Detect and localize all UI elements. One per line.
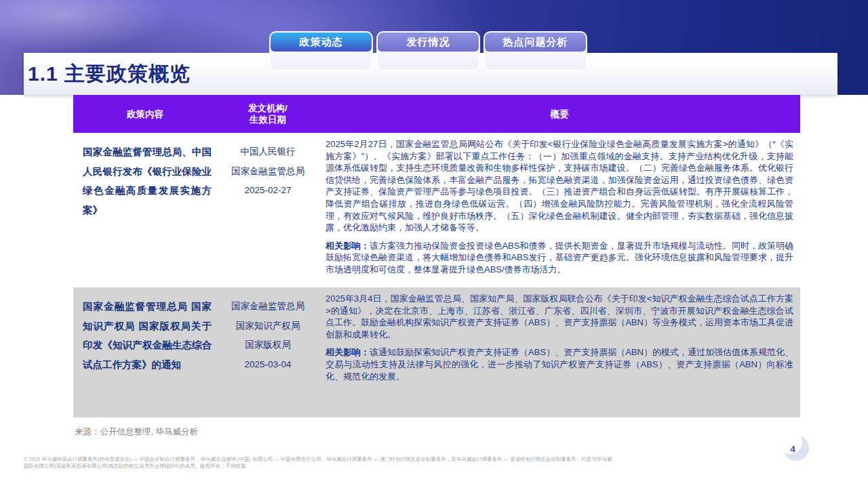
- issuer-and-date: 中国人民银行 国家金融监管总局 2025-02-27: [217, 133, 319, 287]
- header-policy-content: 政策内容: [73, 95, 217, 133]
- header-issuer-line2: 生效日期: [250, 114, 286, 125]
- impact-text: 该通知鼓励探索知识产权资产支持证券（ABS）、资产支持票据（ABN）的模式，通过…: [326, 347, 793, 381]
- page-number: 4: [787, 444, 799, 454]
- table-row: 国家金融监督管理总局、中国人民银行发布《银行业保险业绿色金融高质量发展实施方案》…: [73, 133, 800, 287]
- header-issuer-line1: 发文机构/: [248, 102, 288, 114]
- issuer-line: 国家知识产权局: [217, 317, 319, 336]
- issuer-and-date: 国家金融监管总局 国家知识产权局 国家版权局 2025-03-04: [217, 287, 319, 418]
- policy-name: 国家金融监督管理总局、中国人民银行发布《银行业保险业绿色金融高质量发展实施方案》: [73, 133, 217, 287]
- footer-line-1: © 2025 毕马威华振会计师事务所(特殊普通合伙) — 中国合伙制会计师事务所…: [24, 456, 760, 463]
- issuer-line: 国家版权局: [217, 336, 319, 355]
- tab-hot-topics-analysis[interactable]: 热点问题分析: [484, 31, 587, 71]
- footer-copyright: © 2025 毕马威华振会计师事务所(特殊普通合伙) — 中国合伙制会计师事务所…: [24, 456, 760, 470]
- impact-label: 相关影响：: [326, 347, 370, 357]
- table-header-row: 政策内容 发文机构/ 生效日期 概要: [73, 95, 800, 133]
- tab-policy-dynamics-label: 政策动态: [271, 33, 372, 52]
- issuer-line: 中国人民银行: [217, 142, 319, 162]
- tab-issuance-status-label: 发行情况: [378, 33, 479, 52]
- effective-date: 2025-03-04: [217, 355, 319, 375]
- impact-paragraph: 相关影响：该通知鼓励探索知识产权资产支持证券（ABS）、资产支持票据（ABN）的…: [326, 346, 793, 382]
- tab-hot-topics-analysis-label: 热点问题分析: [485, 33, 586, 52]
- summary-text: 2025年3月4日，国家金融监管总局、国家知产局、国家版权局联合公布《关于印发<…: [326, 293, 793, 340]
- table-row: 国家金融监督管理总局 国家知识产权局 国家版权局关于印发《知识产权金融生态综合试…: [73, 287, 800, 418]
- impact-label: 相关影响：: [326, 241, 370, 251]
- effective-date: 2025-02-27: [217, 181, 319, 201]
- header-summary: 概要: [319, 95, 800, 133]
- footer-line-2: 国际有限公司(英国私营担保有限公司)相关联的独立成员所全球组织中的成员。版权所有…: [24, 463, 760, 470]
- tab-issuance-status[interactable]: 发行情况: [376, 31, 480, 71]
- tab-bar: 政策动态 发行情况 热点问题分析: [269, 31, 587, 71]
- summary-text: 2025年2月27日，国家金融监管总局网站公布《关于印发<银行业保险业绿色金融高…: [326, 138, 793, 234]
- impact-text: 该方案强力推动保险资金投资绿色ABS和债券，提供长期资金，显著提升市场规模与流动…: [326, 241, 793, 274]
- policy-name: 国家金融监督管理总局 国家知识产权局 国家版权局关于印发《知识产权金融生态综合试…: [73, 287, 217, 418]
- policy-table: 政策内容 发文机构/ 生效日期 概要 国家金融监督管理总局、中国人民银行发布《银…: [73, 95, 800, 418]
- issuer-line: 国家金融监管总局: [217, 162, 319, 182]
- slide: 1.1 主要政策概览 政策动态 发行情况 热点问题分析 政策内容 发文机构/ 生…: [0, 0, 868, 488]
- issuer-line: 国家金融监管总局: [217, 297, 319, 317]
- impact-paragraph: 相关影响：该方案强力推动保险资金投资绿色ABS和债券，提供长期资金，显著提升市场…: [326, 240, 793, 276]
- header-issuer-date: 发文机构/ 生效日期: [217, 95, 319, 133]
- source-note: 来源：公开信息整理, 毕马威分析: [75, 426, 198, 438]
- tab-policy-dynamics[interactable]: 政策动态: [269, 31, 373, 71]
- summary-cell: 2025年2月27日，国家金融监管总局网站公布《关于印发<银行业保险业绿色金融高…: [319, 133, 800, 287]
- summary-cell: 2025年3月4日，国家金融监管总局、国家知产局、国家版权局联合公布《关于印发<…: [319, 287, 800, 418]
